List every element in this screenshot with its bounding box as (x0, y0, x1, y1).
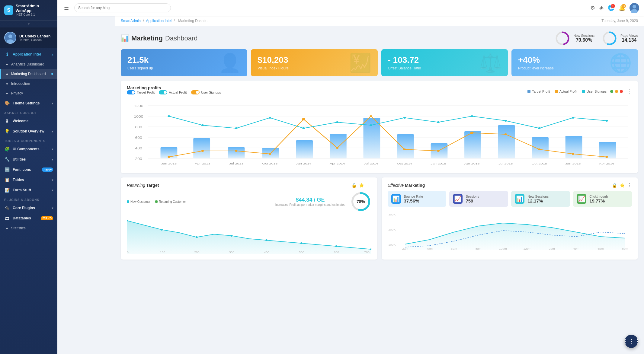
sessions-icon: 📈 (453, 194, 463, 204)
lock-icon[interactable]: 🔒 (612, 183, 617, 188)
sidebar-item-welcome[interactable]: 🖥 Welcome (0, 116, 57, 126)
fab-button[interactable]: ⋮⋮⋮ (625, 335, 638, 348)
svg-point-48 (572, 153, 574, 155)
svg-rect-32 (498, 125, 515, 158)
stat-bg-icon: ⚖️ (479, 52, 502, 74)
topbar: ☰ ⚙ ◈ 🌐 1 🔔 11 (57, 0, 644, 16)
sidebar-section-aspnet: ASP.NET CORE 8.1 (0, 108, 57, 116)
svg-text:600: 600 (135, 136, 142, 140)
svg-text:Jan 2015: Jan 2015 (431, 162, 446, 165)
intro-icon: ● (6, 82, 8, 85)
legend-dot-new (127, 200, 129, 203)
more-icon[interactable]: ⋮ (367, 182, 371, 188)
sidebar-item-utilities[interactable]: 🔧 Utilities ▾ (0, 154, 57, 164)
page-header: 📊 Marketing Dashboard New Sessions 70.60… (115, 26, 644, 49)
returning-title-light: Returning (127, 183, 145, 188)
chart-title-text: Marketing profits (127, 85, 221, 90)
chevron-right-icon: ▾ (52, 148, 53, 151)
sidebar-item-analytics[interactable]: ● Analytics Dashboard (0, 59, 57, 69)
more-icon[interactable]: ⋮ (627, 182, 632, 188)
sidebar-item-coreplugins[interactable]: 🔌 Core Plugins ▾ (0, 203, 57, 213)
dot-yellow[interactable] (615, 90, 618, 93)
svg-text:Oct 2015: Oct 2015 (532, 162, 547, 165)
sidebar-collapse-chevron[interactable]: ▾ (0, 21, 57, 27)
svg-point-45 (470, 132, 474, 134)
sidebar-item-solution[interactable]: 💡 Solution Overview ▾ (0, 126, 57, 136)
analytics-icon: ● (6, 62, 8, 66)
sidebar-item-ui[interactable]: 🧩 UI Components ▾ (0, 144, 57, 154)
sidebar-item-marketing[interactable]: ● Marketing Dashboard (0, 69, 57, 79)
sidebar-item-intro[interactable]: ● Introduction (0, 79, 57, 88)
effective-actions: 🔒 ⭐ ⋮ (612, 182, 632, 188)
dot-red[interactable] (620, 90, 623, 93)
star-icon[interactable]: ⭐ (620, 183, 625, 188)
star-icon[interactable]: ⭐ (359, 183, 364, 188)
hamburger-menu-icon[interactable]: ☰ (62, 3, 71, 13)
svg-point-60 (505, 120, 507, 122)
breadcrumb-section[interactable]: Application Intel (146, 19, 171, 23)
svg-point-62 (572, 117, 574, 119)
svg-text:300: 300 (229, 251, 235, 254)
sidebar-item-statistics[interactable]: ● Statistics (0, 223, 57, 233)
sidebar-user: Dr. Codex Lantern Toronto, Canada (0, 27, 57, 48)
svg-text:600: 600 (334, 251, 339, 254)
legend-actual: Actual Profit (555, 90, 577, 93)
toggle-user-signups[interactable]: User Signups (191, 90, 221, 94)
globe-icon[interactable]: 🌐 1 (608, 5, 614, 11)
lock-icon[interactable]: 🔒 (351, 183, 357, 188)
svg-point-36 (168, 156, 170, 158)
sidebar: S SmartAdmin WebApp .NET Core 3.1 ▾ Dr. … (0, 0, 57, 354)
sidebar-item-fonticons[interactable]: 🔤 Font Icons 7,500+ (0, 164, 57, 175)
svg-point-57 (403, 117, 406, 119)
chevron-right-icon: ▾ (52, 189, 53, 192)
returning-legend: New Customer Returning Customer $44.34 /… (127, 191, 371, 212)
dot-green[interactable] (610, 90, 613, 93)
chart-title: Marketing profits Target Profit Actual P… (127, 85, 221, 97)
cube-icon[interactable]: ◈ (599, 5, 604, 11)
toggle-target-pill[interactable] (127, 90, 135, 94)
new-sessions-text: New Sessions 12.17% (527, 195, 549, 203)
sidebar-item-datatables[interactable]: 🗃 Datatables 235 KB (0, 213, 57, 223)
statistics-icon: ● (6, 226, 8, 230)
toggle-actual-profit[interactable]: Actual Profit (159, 90, 187, 94)
svg-point-40 (302, 118, 305, 120)
stat-bg-icon: 👤 (219, 52, 241, 74)
legend-label: User Signups (587, 90, 607, 93)
page-title-bold: Marketing (131, 34, 163, 42)
toggle-target-profit[interactable]: Target Profit (127, 90, 155, 94)
sidebar-item-app-intel[interactable]: ℹ Application Intel ▴ (0, 49, 57, 59)
sidebar-item-theme[interactable]: 🎨 Theme Settings ▾ (0, 98, 57, 108)
breadcrumb-home[interactable]: SmartAdmin (121, 19, 141, 23)
active-indicator-dot (51, 73, 53, 75)
sidebar-item-label: Application Intel (13, 52, 41, 56)
marketing-profits-card: Marketing profits Target Profit Actual P… (121, 81, 638, 173)
settings-icon[interactable]: ⚙ (590, 5, 595, 11)
fonticons-icon: 🔤 (4, 167, 10, 172)
bell-badge: 11 (622, 4, 626, 8)
legend-returning-customer: Returning Customer (155, 191, 186, 212)
breadcrumb-bar: SmartAdmin / Application Intel / Marketi… (115, 16, 644, 26)
returning-title-bold: Target (146, 183, 159, 188)
bounce-value: 37.56% (404, 198, 423, 203)
search-input[interactable] (74, 3, 171, 12)
svg-text:Jul 2014: Jul 2014 (364, 162, 378, 165)
chart-action-dots (610, 90, 623, 93)
chart-header: Marketing profits Target Profit Actual P… (127, 85, 632, 97)
toggle-signups-pill[interactable] (191, 90, 200, 94)
svg-text:Oct 2013: Oct 2013 (262, 162, 278, 165)
svg-text:Jan 2013: Jan 2013 (161, 162, 177, 165)
legend-dot-returning (155, 200, 158, 203)
toggle-actual-pill[interactable] (159, 90, 167, 94)
user-name: Dr. Codex Lantern (19, 34, 50, 38)
sidebar-item-forms[interactable]: 📝 Form Stuff ▾ (0, 185, 57, 195)
svg-text:Jan 2014: Jan 2014 (296, 162, 312, 165)
svg-rect-23 (193, 138, 210, 158)
datatables-badge: 235 KB (41, 216, 53, 220)
user-avatar-topbar[interactable] (630, 3, 639, 13)
sidebar-item-tables[interactable]: 📋 Tables ▾ (0, 175, 57, 185)
chart-more-icon[interactable]: ⋮ (626, 88, 632, 95)
legend-label: Target Profit (532, 90, 550, 93)
bell-icon[interactable]: 🔔 11 (619, 5, 625, 11)
svg-rect-35 (599, 142, 616, 158)
sidebar-item-privacy[interactable]: ● Privacy (0, 88, 57, 98)
